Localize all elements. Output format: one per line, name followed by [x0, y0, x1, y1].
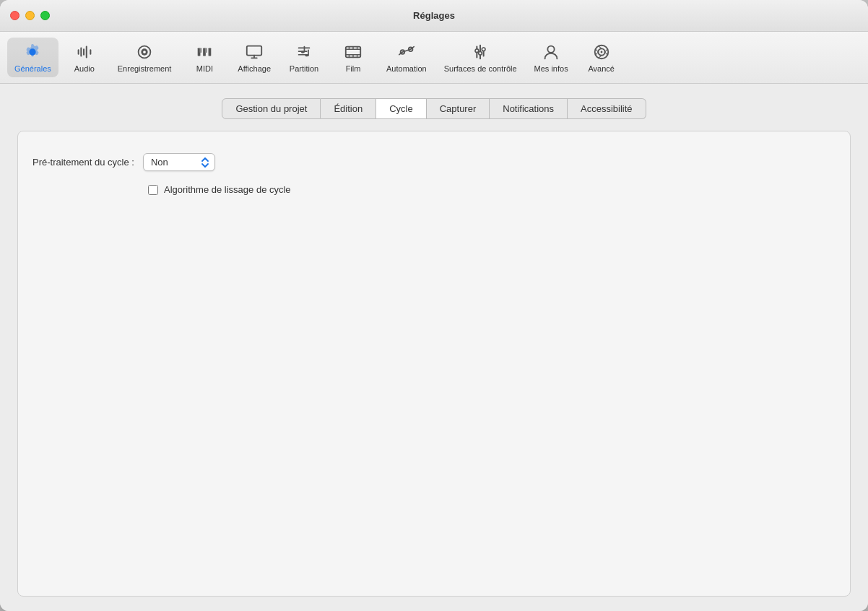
toolbar-label-enregistrement: Enregistrement: [118, 64, 172, 73]
content-area: Gestion du projet Édition Cycle Capturer…: [0, 84, 868, 611]
gear-icon: [22, 42, 43, 62]
toolbar-item-avance[interactable]: Avancé: [578, 38, 625, 77]
advanced-icon: [591, 42, 612, 62]
window-controls: [10, 11, 50, 20]
svg-point-16: [482, 48, 485, 51]
svg-point-17: [547, 46, 554, 53]
display-icon: [244, 42, 264, 62]
svg-rect-8: [247, 46, 261, 56]
subtab-accessibilite[interactable]: Accessibilité: [568, 98, 646, 119]
svg-point-15: [479, 52, 482, 56]
toolbar-label-automation: Automation: [386, 64, 427, 73]
settings-panel: Pré-traitement du cycle : Non Oui: [17, 131, 851, 597]
toolbar-item-affichage[interactable]: Affichage: [230, 38, 278, 77]
record-icon: [134, 42, 155, 62]
subtab-edition[interactable]: Édition: [321, 98, 376, 119]
minimize-button[interactable]: [25, 11, 35, 20]
toolbar: Générales Audio Enregistrement: [0, 32, 868, 84]
subtab-notifications[interactable]: Notifications: [490, 98, 568, 119]
lissage-row: Algorithme de lissage de cycle: [148, 184, 836, 195]
partition-icon: [294, 42, 314, 62]
svg-point-2: [143, 51, 146, 53]
toolbar-label-affichage: Affichage: [238, 64, 271, 73]
audio-icon: [74, 42, 95, 62]
toolbar-label-generales: Générales: [14, 64, 51, 73]
toolbar-label-film: Film: [346, 64, 361, 73]
toolbar-item-film[interactable]: Film: [330, 38, 376, 77]
subtab-capturer[interactable]: Capturer: [427, 98, 490, 119]
toolbar-item-enregistrement[interactable]: Enregistrement: [110, 38, 179, 77]
svg-rect-7: [205, 48, 207, 53]
surfaces-icon: [470, 42, 490, 62]
toolbar-item-surfaces[interactable]: Surfaces de contrôle: [437, 38, 524, 77]
person-icon: [541, 42, 561, 62]
lissage-label: Algorithme de lissage de cycle: [164, 184, 291, 195]
automation-icon: [396, 42, 417, 62]
close-button[interactable]: [10, 11, 19, 20]
toolbar-item-midi[interactable]: MIDI: [181, 38, 227, 77]
lissage-checkbox[interactable]: [148, 185, 158, 195]
toolbar-label-audio: Audio: [74, 64, 95, 73]
pretraitement-select-wrapper: Non Oui: [143, 153, 215, 171]
toolbar-label-partition: Partition: [290, 64, 318, 73]
toolbar-label-mesinfos: Mes infos: [534, 64, 568, 73]
pretraitement-row: Pré-traitement du cycle : Non Oui: [32, 153, 836, 171]
svg-point-14: [475, 49, 479, 53]
main-window: Réglages Générales Audio: [0, 0, 868, 611]
toolbar-label-avance: Avancé: [588, 64, 615, 73]
titlebar: Réglages: [0, 0, 868, 32]
pretraitement-label: Pré-traitement du cycle :: [32, 157, 134, 168]
toolbar-item-audio[interactable]: Audio: [61, 38, 108, 77]
toolbar-label-surfaces: Surfaces de contrôle: [444, 64, 517, 73]
maximize-button[interactable]: [40, 11, 50, 20]
subtab-cycle[interactable]: Cycle: [376, 98, 427, 119]
midi-icon: [194, 42, 214, 62]
subtab-gestion[interactable]: Gestion du projet: [222, 98, 321, 119]
toolbar-item-mesinfos[interactable]: Mes infos: [527, 38, 576, 77]
svg-rect-6: [200, 48, 202, 53]
window-title: Réglages: [413, 10, 455, 21]
svg-rect-5: [209, 48, 212, 56]
toolbar-item-partition[interactable]: Partition: [281, 38, 327, 77]
film-icon: [343, 42, 363, 62]
toolbar-item-automation[interactable]: Automation: [379, 38, 434, 77]
pretraitement-select[interactable]: Non Oui: [143, 153, 215, 171]
toolbar-item-generales[interactable]: Générales: [7, 38, 58, 77]
svg-point-18: [600, 51, 602, 53]
subtabs-bar: Gestion du projet Édition Cycle Capturer…: [17, 98, 851, 119]
toolbar-label-midi: MIDI: [196, 64, 213, 73]
